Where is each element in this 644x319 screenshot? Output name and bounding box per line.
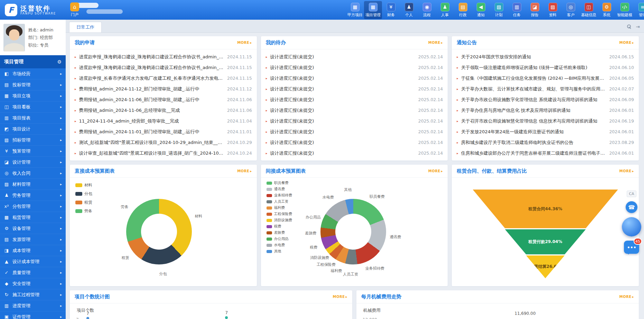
sidebar-menu-item[interactable]: ⚙ 设备管理 ▸ (0, 223, 66, 234)
top-menu-item[interactable]: ▦ 甲方项目 (346, 1, 364, 19)
list-item[interactable]: ▸ 关于举办市政公用设施数字化管理信息 系统建设与应用培训班的通知 2024.0… (457, 94, 634, 105)
gear-icon[interactable]: ⚙ (57, 59, 62, 65)
list-item[interactable]: ▸ 进度款申报_长春市伊通河水力发电厂改建工程_长春市伊通河水力发电... 20… (75, 73, 252, 84)
legend-item[interactable]: 劳务 (75, 209, 92, 214)
legend-item[interactable]: 职员餐费 (267, 181, 292, 185)
list-item[interactable]: ▸ 费用报销_admin_2024-11-01_部门经理审批_胡建_.运行中 2… (75, 126, 252, 137)
list-item[interactable]: ▸ 设计进度汇报(未提交) 2025.02.14 (266, 84, 443, 94)
list-item[interactable]: ▸ 关于领取一级注册建造师增项证的通知 (须持一建证书前来领取) 2024.06… (457, 62, 634, 73)
sidebar-menu-item[interactable]: ▦ 项目立项 ▸ (0, 90, 66, 102)
top-menu-item[interactable]: ◪ 报告 (526, 1, 544, 19)
nav-portal[interactable]: ⌂ 门户 (70, 2, 79, 17)
list-item[interactable]: ▸ 关于召开市政公用设施智慧化管理信息 信息技术与应用培训班的通知 2024.0… (457, 116, 634, 126)
sidebar-menu-item[interactable]: ¥ 预算管理 ▸ (0, 146, 66, 157)
list-item[interactable]: ▸ 住房和城乡建设部办公厅关于同意吉林省开展二级建造师注册证书电子化试点... … (457, 148, 634, 158)
more-link[interactable]: MORE (333, 295, 347, 299)
top-menu-item[interactable]: ▥ 任务 (508, 1, 526, 19)
more-link[interactable]: MORE (237, 41, 252, 45)
top-menu-item[interactable]: ¥ 财务 (382, 1, 400, 19)
sidebar-menu-item[interactable]: ▤ 投标管理 ▸ (0, 79, 66, 90)
legend-item[interactable]: 通讯费 (267, 187, 292, 192)
legend-item[interactable]: 水电费 (267, 243, 292, 248)
sidebar-menu-item[interactable]: ▤ 发票管理 ▸ (0, 234, 66, 245)
legend-item[interactable]: 人员工资 (267, 199, 292, 204)
legend-item[interactable]: 材料 (75, 183, 92, 188)
sidebar-menu-item[interactable]: ▣ 证件管理 ▸ (0, 311, 66, 319)
list-item[interactable]: ▸ 费用报销_admin_2024-11-06_部门经理审批_胡建_.运行中 2… (75, 94, 252, 105)
sidebar-menu-item[interactable]: ↻ 施工过程管理 ▸ (0, 289, 66, 300)
list-item[interactable]: ▸ 11_2024-11-04_admin_经营部_领导审批__完成 2024.… (75, 116, 252, 126)
message-button[interactable]: 45 (624, 241, 639, 254)
legend-item[interactable]: 差旅费 (267, 230, 292, 235)
more-link[interactable]: MORE (619, 295, 634, 299)
key-icon[interactable] (627, 25, 632, 29)
legend-item[interactable]: 工程保险费 (267, 212, 292, 216)
top-menu-item[interactable]: ◎ 客户 (562, 1, 580, 19)
collapse-icon[interactable]: ⇥ (636, 24, 640, 29)
more-link[interactable]: MORE (237, 169, 252, 173)
top-menu-item[interactable]: ‹/› 智能建模 (616, 1, 634, 19)
list-item[interactable]: ▸ 进度款申报_珠海鹤港口建设_珠海鹤港口建设工程合作协议书_admin_...… (75, 62, 252, 73)
more-link[interactable]: MORE (428, 169, 443, 173)
legend-item[interactable]: 消防设施费 (267, 218, 292, 223)
legend-item[interactable]: 税费 (267, 224, 292, 229)
top-menu-item[interactable]: ◉ 流程 (418, 1, 436, 19)
list-item[interactable]: ▸ 房和城乡建设厅关于取消二级建造师临时执业证书的公告 2023.08.29 (457, 137, 634, 148)
phone-button[interactable]: ☎ (626, 201, 637, 213)
sidebar-menu-item[interactable]: ◪ 设计管理 ▸ (0, 157, 66, 168)
legend-item[interactable]: 分包 (75, 191, 92, 196)
customer-service-button[interactable] (622, 217, 641, 236)
more-link[interactable]: MORE (619, 169, 634, 173)
list-item[interactable]: ▸ 设计进度汇报(未提交) 2025.02.14 (266, 73, 443, 84)
sidebar-menu-item[interactable]: ◩ 项目设计 ▸ (0, 124, 66, 135)
sidebar-menu-item[interactable]: ◆ 安全管理 ▸ (0, 278, 66, 289)
list-item[interactable]: ▸ 费用报销_admin_2024-11-06_总经理审批__完成 2024.1… (75, 105, 252, 116)
top-menu-item[interactable]: ◫ 基础信息 (580, 1, 598, 19)
legend-item[interactable]: 其他 (267, 249, 292, 254)
legend-item[interactable]: 福利费 (267, 205, 292, 210)
legend-item[interactable]: 业务招待费 (267, 193, 292, 198)
top-menu-item[interactable]: ▧ 计划 (490, 1, 508, 19)
top-menu-item[interactable]: ♟ 个人 (400, 1, 418, 19)
list-item[interactable]: ▸ 设计进度汇报(未提交) 2025.02.14 (266, 116, 443, 126)
top-menu-item[interactable]: ≡ 管理 (634, 1, 644, 19)
ca-widget[interactable]: CA (627, 191, 636, 197)
legend-item[interactable]: 租赁 (75, 200, 92, 205)
list-item[interactable]: ▸ 设计进度汇报(未提交) 2025.02.14 (266, 137, 443, 148)
more-link[interactable]: MORE (428, 41, 443, 45)
sidebar-menu-item[interactable]: ♟ 劳务管理 ▸ (0, 190, 66, 201)
sidebar-menu-item[interactable]: ▨ 材料管理 ▸ (0, 179, 66, 190)
list-item[interactable]: ▸ 设计进度汇报(未提交) 2025.02.14 (266, 51, 443, 62)
sidebar-menu-item[interactable]: ◎ 收入合同 ▸ (0, 168, 66, 179)
sidebar-menu-item[interactable]: ◧ 市场经营 ▸ (0, 68, 66, 79)
list-item[interactable]: ▸ 费用报销_admin_2024-11-12_部门经理审批_胡建_.运行中 2… (75, 84, 252, 94)
sidebar-menu-item[interactable]: ✓ 质量管理 ▸ (0, 267, 66, 278)
top-menu-item[interactable]: ▤ 行政 (454, 1, 472, 19)
list-item[interactable]: ▸ 设计进度汇报(未提交) 2025.02.14 (266, 105, 443, 116)
tab-daily-work[interactable]: 日常工作 (69, 22, 102, 32)
list-item[interactable]: ▸ 关于发放2024年第24批一级建造师注册证书的通知 2024.06.01 (457, 126, 634, 137)
sidebar-menu-item[interactable]: ▥ 项目报表 ▸ (0, 113, 66, 124)
sidebar-menu-item[interactable]: x² 分包管理 ▸ (0, 201, 66, 212)
list-item[interactable]: ▸ 设计进度汇报(未提交) 2025.02.14 (266, 62, 443, 73)
top-menu-item[interactable]: ♟ 人事 (436, 1, 454, 19)
list-item[interactable]: ▸ 进度款申报_珠海鹤港口建设_珠海鹤港口建设工程合作协议书_admin_...… (75, 51, 252, 62)
sidebar-menu-item[interactable]: ▥ 进度管理 ▸ (0, 300, 66, 311)
list-item[interactable]: ▸ 关于2024年国庆节放假安排的通知 2024.06.15 (457, 51, 634, 62)
sidebar-menu-item[interactable]: ◨ 成本管理 ▸ (0, 245, 66, 256)
list-item[interactable]: ▸ 设计进度汇报(未提交) 2025.02.14 (266, 148, 443, 158)
top-menu-item[interactable]: ▦ 项目管理 (364, 1, 382, 19)
top-menu-item[interactable]: ◀ 通知 (472, 1, 490, 19)
legend-item[interactable]: 办公用品 (267, 236, 292, 241)
sidebar-menu-item[interactable]: ▲ 设计成本管理 ▸ (0, 256, 66, 267)
top-menu-item[interactable]: ▨ 资料 (544, 1, 562, 19)
list-item[interactable]: ▸ 关于举办大数据、云计算技术在城市建设、规划、管理与服务中的应用培训班... … (457, 84, 634, 94)
sidebar-menu-item[interactable]: ▩ 租赁管理 ▸ (0, 212, 66, 223)
list-item[interactable]: ▸ 设计进度汇报(未提交) 2025.02.14 (266, 94, 443, 105)
list-item[interactable]: ▸ 于征集《中国建筑施工行业信息化发展报告 (2024) —BIM应用与发展》材… (457, 73, 634, 84)
top-menu-item[interactable]: ⚙ 系统 (598, 1, 616, 19)
sidebar-menu-item[interactable]: ◫ 项目看板 ▸ (0, 102, 66, 113)
list-item[interactable]: ▸ 设计审查_彭祖新城"四馆"景观工程设计项目_请选择_胡广生_2024-10-… (75, 148, 252, 158)
more-link[interactable]: MORE (619, 41, 634, 45)
list-item[interactable]: ▸ 关于举办住房与房地产信息化 技术及应用培训班的通知 2024.06.01 (457, 105, 634, 116)
